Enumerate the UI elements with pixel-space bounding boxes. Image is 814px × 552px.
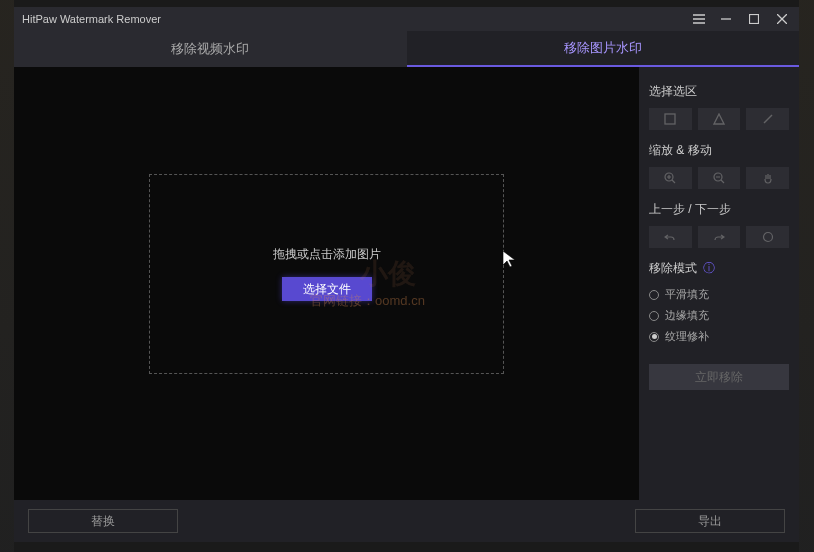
background-strip-right xyxy=(799,0,814,552)
sidebar: 选择选区 缩放 & 移动 xyxy=(639,67,799,500)
radio-label: 纹理修补 xyxy=(665,329,709,344)
svg-point-4 xyxy=(763,233,772,242)
close-icon[interactable] xyxy=(777,14,791,24)
app-window: HitPaw Watermark Remover 移除视频水印 移除图片水印 拖… xyxy=(14,7,799,542)
zoom-out-icon[interactable] xyxy=(698,167,741,189)
radio-indicator xyxy=(649,290,659,300)
undo-icon[interactable] xyxy=(649,226,692,248)
redo-icon[interactable] xyxy=(698,226,741,248)
replace-button[interactable]: 替换 xyxy=(28,509,178,533)
radio-label: 边缘填充 xyxy=(665,308,709,323)
reset-icon[interactable] xyxy=(746,226,789,248)
dropzone[interactable]: 拖拽或点击添加图片 选择文件 xyxy=(149,174,504,374)
remove-now-button[interactable]: 立即移除 xyxy=(649,364,789,390)
radio-smooth-fill[interactable]: 平滑填充 xyxy=(649,287,789,302)
triangle-select-icon[interactable] xyxy=(698,108,741,130)
radio-edge-fill[interactable]: 边缘填充 xyxy=(649,308,789,323)
svg-rect-1 xyxy=(665,114,675,124)
main-tabs: 移除视频水印 移除图片水印 xyxy=(14,31,799,67)
rectangle-select-icon[interactable] xyxy=(649,108,692,130)
app-title: HitPaw Watermark Remover xyxy=(22,13,693,25)
label-remove-mode: 移除模式 ⓘ xyxy=(649,260,789,277)
zoom-move-tools xyxy=(649,167,789,189)
background-strip-left xyxy=(0,0,14,552)
export-button[interactable]: 导出 xyxy=(635,509,785,533)
maximize-icon[interactable] xyxy=(749,14,763,24)
radio-texture-repair[interactable]: 纹理修补 xyxy=(649,329,789,344)
minimize-icon[interactable] xyxy=(721,14,735,24)
brush-select-icon[interactable] xyxy=(746,108,789,130)
content-area: 拖拽或点击添加图片 选择文件 选择选区 缩放 & 移动 xyxy=(14,67,799,500)
label-undo-redo: 上一步 / 下一步 xyxy=(649,201,789,218)
window-controls xyxy=(693,14,791,24)
hand-move-icon[interactable] xyxy=(746,167,789,189)
radio-indicator xyxy=(649,332,659,342)
canvas-area: 拖拽或点击添加图片 选择文件 xyxy=(14,67,639,500)
titlebar: HitPaw Watermark Remover xyxy=(14,7,799,31)
label-select-area: 选择选区 xyxy=(649,83,789,100)
select-file-button[interactable]: 选择文件 xyxy=(282,277,372,301)
svg-rect-0 xyxy=(750,15,759,24)
label-zoom-move: 缩放 & 移动 xyxy=(649,142,789,159)
tab-remove-video-watermark[interactable]: 移除视频水印 xyxy=(14,31,407,67)
info-icon[interactable]: ⓘ xyxy=(703,261,715,275)
tab-remove-image-watermark[interactable]: 移除图片水印 xyxy=(407,31,800,67)
zoom-in-icon[interactable] xyxy=(649,167,692,189)
footer: 替换 导出 xyxy=(14,500,799,542)
remove-mode-text: 移除模式 xyxy=(649,261,697,275)
dropzone-hint: 拖拽或点击添加图片 xyxy=(273,246,381,263)
remove-mode-radios: 平滑填充 边缘填充 纹理修补 xyxy=(649,287,789,344)
menu-icon[interactable] xyxy=(693,14,707,24)
radio-indicator xyxy=(649,311,659,321)
undo-redo-tools xyxy=(649,226,789,248)
radio-label: 平滑填充 xyxy=(665,287,709,302)
select-area-tools xyxy=(649,108,789,130)
